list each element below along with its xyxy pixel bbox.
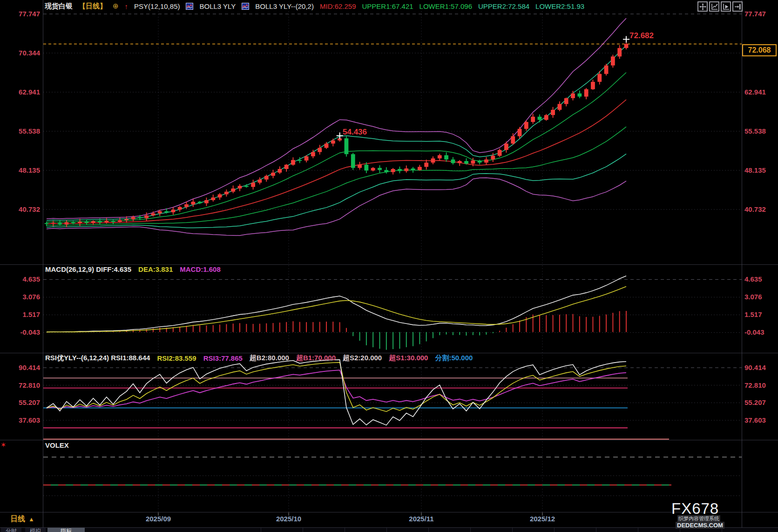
main-axis-left-label: 40.732	[0, 205, 40, 214]
rsi2-readout: RSI2:83.559	[157, 354, 196, 362]
main-axis-left-label: 77.747	[0, 10, 40, 18]
taskbar-cell-divider	[512, 528, 513, 532]
x-axis-month-label: 2025/09	[137, 515, 179, 523]
rsi-axis-right-label: 55.207	[744, 398, 766, 407]
taskbar-cell-divider	[428, 528, 429, 532]
main-axis-right-label: 40.732	[744, 205, 766, 214]
psy-indicator-label[interactable]: PSY(12,10,85)	[134, 2, 180, 10]
pan-crosshair-icon[interactable]	[697, 1, 708, 12]
dock-right-icon[interactable]	[732, 1, 743, 12]
period-selector[interactable]: 日线▲	[10, 514, 34, 524]
taskbar-cell-divider	[470, 528, 471, 532]
rsi-b1-level: 超B1:70.000	[296, 354, 336, 363]
indicator-chart-icon[interactable]	[186, 3, 193, 10]
main-axis-right-label: 48.135	[744, 166, 766, 175]
period-tag[interactable]: 【日线】	[79, 2, 107, 11]
rsi-split-level: 分割:50.000	[435, 354, 473, 363]
macd-diff-readout[interactable]: MACD(26,12,9) DIFF:4.635	[45, 265, 131, 273]
macd-macd-readout: MACD:1.608	[180, 265, 221, 273]
taskbar-cell-divider	[596, 528, 596, 532]
taskbar-cell-divider	[638, 528, 638, 532]
rsi-axis-left-label: 37.603	[0, 416, 40, 424]
main-axis-left-label: 62.941	[0, 88, 40, 96]
macd-axis-right-label: 1.517	[744, 310, 762, 319]
chart-header: 现货白银 【日线】 ⊕ ↑ PSY(12,10,85) BOLL3 YLY BO…	[45, 1, 584, 11]
alert-burst-icon[interactable]: ✶	[0, 441, 7, 449]
rsi-axis-right-label: 37.603	[744, 416, 766, 424]
tab-minute[interactable]: 分时	[1, 528, 21, 532]
macd-axis-right-label: 3.076	[744, 293, 762, 301]
last-high-annotation: 72.682	[629, 31, 654, 40]
tab-indicator[interactable]: 指标	[47, 528, 85, 532]
boll-lower1-readout: LOWER1:57.096	[419, 2, 472, 10]
indicator-chart-icon[interactable]	[242, 3, 249, 10]
x-axis-month-label: 2025/10	[268, 515, 310, 523]
taskbar-cell-divider	[261, 528, 261, 532]
up-arrow-icon: ↑	[125, 2, 129, 10]
main-axis-left-label: 70.344	[0, 49, 40, 57]
macd-axis-left-label: 4.635	[0, 275, 40, 283]
rsi1-readout[interactable]: RSI优YLY--(6,12,24) RSI1:88.644	[45, 354, 150, 363]
rsi-axis-right-label: 90.414	[744, 364, 766, 372]
rsi-axis-left-label: 55.207	[0, 398, 40, 407]
period-label: 日线	[10, 515, 25, 523]
boll3-params-label[interactable]: BOLL3 YLY--(20,2)	[255, 2, 314, 10]
main-axis-right-label: 77.747	[744, 10, 766, 18]
macd-axis-left-label: 1.517	[0, 310, 40, 319]
rsi-b2-level: 超B2:80.000	[250, 354, 289, 363]
rsi-axis-left-label: 72.810	[0, 381, 40, 390]
x-axis-month-label: 2025/12	[521, 515, 563, 523]
watermark-cms-text: 织梦内容管理系统	[677, 515, 720, 522]
macd-axis-left-label: -0.043	[0, 328, 40, 337]
macd-axis-right-label: -0.043	[744, 328, 764, 337]
triangle-up-icon: ▲	[28, 516, 34, 523]
rsi-axis-left-label: 90.414	[0, 364, 40, 372]
playback-chart-icon[interactable]	[721, 1, 731, 12]
macd-axis-left-label: 3.076	[0, 293, 40, 301]
macd-axis-right-label: 4.635	[744, 275, 762, 283]
main-axis-right-label: 55.538	[744, 127, 766, 135]
instrument-title: 现货白银	[45, 2, 73, 11]
taskbar-cell-divider	[303, 528, 303, 532]
rsi-axis-right-label: 72.810	[744, 381, 766, 390]
taskbar-cell-divider	[345, 528, 345, 532]
x-axis-month-label: 2025/11	[400, 515, 442, 523]
macd-dea-readout: DEA:3.831	[138, 265, 173, 273]
boll-upper1-readout: UPPER1:67.421	[362, 2, 413, 10]
boll-lower2-readout: LOWER2:51.93	[535, 2, 584, 10]
bottom-tab-strip: 分时 模拟 指标	[0, 528, 778, 532]
boll3-yly-label[interactable]: BOLL3 YLY	[199, 2, 236, 10]
rsi-pane-header: RSI优YLY--(6,12,24) RSI1:88.644 RSI2:83.5…	[45, 354, 473, 363]
peak-price-annotation: 54.436	[343, 128, 367, 137]
scale-chart-icon[interactable]	[709, 1, 719, 12]
macd-pane-header: MACD(26,12,9) DIFF:4.635 DEA:3.831 MACD:…	[45, 265, 221, 273]
watermark-dedecms: DEDECMS.COM	[676, 522, 724, 529]
trading-app-window: 现货白银 【日线】 ⊕ ↑ PSY(12,10,85) BOLL3 YLY BO…	[0, 0, 778, 532]
main-axis-left-label: 48.135	[0, 166, 40, 175]
main-axis-right-label: 62.941	[744, 88, 766, 96]
boll-upper2-readout: UPPER2:72.584	[478, 2, 529, 10]
rsi-s2-level: 超S2:20.000	[343, 354, 382, 363]
taskbar-cell-divider	[554, 528, 555, 532]
rsi3-readout: RSI3:77.865	[203, 354, 243, 362]
volex-pane-label[interactable]: VOLEX	[45, 441, 69, 449]
main-axis-left-label: 55.538	[0, 127, 40, 135]
tab-simulate[interactable]: 模拟	[25, 528, 46, 532]
rsi-s1-level: 超S1:30.000	[389, 354, 428, 363]
current-price-box: 72.068	[742, 44, 777, 56]
taskbar-cell-divider	[386, 528, 387, 532]
boll-mid-readout: MID:62.259	[320, 2, 356, 10]
chart-toolbar	[697, 1, 743, 12]
target-icon[interactable]: ⊕	[113, 2, 119, 10]
